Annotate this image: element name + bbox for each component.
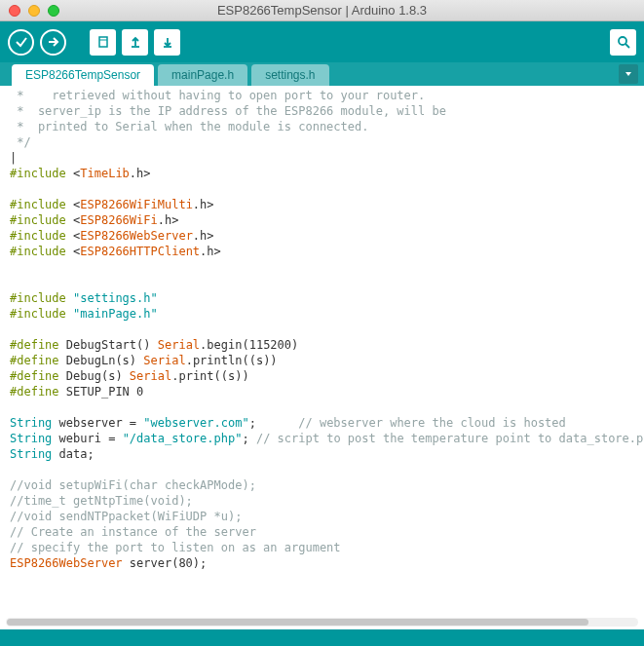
code-token: String bbox=[10, 416, 52, 430]
status-bar bbox=[0, 629, 644, 646]
code-comment: //void setupWiFi(char checkAPMode); bbox=[10, 478, 256, 492]
horizontal-scrollbar[interactable] bbox=[6, 618, 638, 627]
code-comment: * retrieved without having to open port … bbox=[10, 89, 425, 102]
close-icon[interactable] bbox=[9, 5, 20, 17]
code-token: ; bbox=[249, 416, 299, 430]
code-comment: //void sendNTPpacket(WiFiUDP *u); bbox=[10, 510, 242, 523]
code-token: #define bbox=[10, 354, 59, 367]
code-comment: // script to post the temperature point … bbox=[256, 432, 644, 445]
code-token: #include bbox=[10, 198, 66, 211]
upload-button[interactable] bbox=[40, 29, 66, 56]
code-token: data; bbox=[59, 447, 95, 461]
code-token: ; bbox=[242, 432, 255, 445]
verify-button[interactable] bbox=[8, 29, 34, 56]
svg-rect-0 bbox=[99, 37, 107, 47]
code-token: #include bbox=[10, 167, 66, 180]
code-token: DebugStart() bbox=[66, 338, 151, 352]
code-token: ESP8266WebServer bbox=[80, 229, 193, 243]
code-token: > bbox=[143, 167, 150, 180]
code-token: "webserver.com" bbox=[143, 416, 248, 430]
code-token: .h bbox=[200, 245, 213, 258]
tab-menu-button[interactable] bbox=[619, 64, 638, 84]
code-token: #define bbox=[10, 385, 59, 399]
code-comment: //time_t getNtpTime(void); bbox=[10, 494, 193, 508]
code-token: #define bbox=[10, 338, 59, 352]
code-token: "/data_store.php" bbox=[123, 432, 243, 445]
code-token: #include bbox=[10, 245, 66, 258]
tab-settings-h[interactable]: settings.h bbox=[251, 64, 328, 86]
code-token: String bbox=[10, 432, 52, 445]
code-token: #include bbox=[10, 213, 66, 227]
svg-point-1 bbox=[619, 37, 626, 45]
code-token: .h bbox=[193, 229, 207, 243]
editor-area: * retrieved without having to open port … bbox=[0, 86, 644, 629]
code-token: > bbox=[171, 213, 178, 227]
code-comment: * printed to Serial when the module is c… bbox=[10, 120, 368, 133]
code-comment: * server_ip is the IP address of the ESP… bbox=[10, 104, 446, 118]
code-token: .h bbox=[130, 167, 143, 180]
save-button[interactable] bbox=[154, 29, 180, 56]
code-token: Serial bbox=[130, 369, 171, 383]
code-token: String bbox=[10, 447, 52, 461]
zoom-icon[interactable] bbox=[48, 5, 59, 17]
code-token: #include bbox=[10, 229, 66, 243]
code-token: webserver = bbox=[59, 416, 144, 430]
code-token: ESP8266WiFiMulti bbox=[80, 198, 193, 211]
code-token: > bbox=[207, 198, 213, 211]
tab-mainpage-h[interactable]: mainPage.h bbox=[158, 64, 247, 86]
code-token: "settings.h" bbox=[73, 291, 158, 305]
code-token: TimeLib bbox=[80, 167, 130, 180]
code-token: server(80); bbox=[123, 556, 208, 570]
code-comment: // webserver where the cloud is hosted bbox=[298, 416, 566, 430]
window-controls bbox=[0, 5, 59, 17]
tab-bar: ESP8266TempSensor mainPage.h settings.h bbox=[0, 62, 644, 86]
code-token: ESP8266HTTPClient bbox=[80, 245, 200, 258]
code-token: .print bbox=[171, 369, 213, 383]
text-cursor: | bbox=[10, 151, 17, 165]
new-button[interactable] bbox=[90, 29, 116, 56]
code-token: #include bbox=[10, 307, 66, 321]
code-token: .begin bbox=[200, 338, 242, 352]
code-token: weburi = bbox=[59, 432, 123, 445]
toolbar bbox=[0, 21, 644, 62]
code-token: .h bbox=[158, 213, 171, 227]
window-titlebar: ESP8266TempSensor | Arduino 1.8.3 bbox=[0, 0, 644, 21]
code-token: Serial bbox=[158, 338, 200, 352]
code-token: DebugLn(s) bbox=[66, 354, 136, 367]
code-token: ESP8266WiFi bbox=[80, 213, 157, 227]
code-token: .h bbox=[193, 198, 207, 211]
tab-main-sketch[interactable]: ESP8266TempSensor bbox=[12, 64, 154, 86]
code-comment: // Create an instance of the server bbox=[10, 525, 256, 539]
code-token: "mainPage.h" bbox=[73, 307, 158, 321]
code-token: .println bbox=[186, 354, 243, 367]
code-editor[interactable]: * retrieved without having to open port … bbox=[0, 86, 644, 629]
code-token: ESP8266WebServer bbox=[10, 556, 123, 570]
code-token: (115200) bbox=[242, 338, 298, 352]
code-token: > bbox=[214, 245, 221, 258]
code-comment: // specify the port to listen on as an a… bbox=[10, 541, 341, 554]
code-token: #define bbox=[10, 369, 59, 383]
open-button[interactable] bbox=[122, 29, 148, 56]
code-token: ((s)) bbox=[214, 369, 249, 383]
code-token: > bbox=[207, 229, 213, 243]
serial-monitor-button[interactable] bbox=[610, 29, 636, 56]
code-token: SETUP_PIN 0 bbox=[66, 385, 143, 399]
scrollbar-thumb[interactable] bbox=[7, 619, 588, 626]
code-token: Serial bbox=[143, 354, 185, 367]
window-title: ESP8266TempSensor | Arduino 1.8.3 bbox=[0, 3, 644, 18]
minimize-icon[interactable] bbox=[28, 5, 40, 17]
code-token: Debug(s) bbox=[66, 369, 123, 383]
code-token: ((s)) bbox=[242, 354, 277, 367]
code-comment: */ bbox=[10, 135, 31, 149]
code-token: #include bbox=[10, 291, 66, 305]
